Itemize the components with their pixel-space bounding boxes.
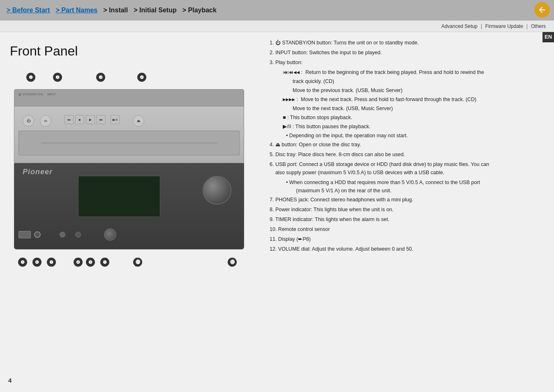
desc-sub-stop: ■ : This button stops playback.: [283, 113, 542, 122]
nav-advanced-setup[interactable]: Advanced Setup: [441, 23, 478, 29]
label-3: ❸: [96, 73, 105, 82]
label-4: ❹: [137, 73, 146, 82]
controls-row: ⏻ IN ⏮ ■ ▶ ⏭: [23, 111, 144, 127]
sep-1: |: [481, 23, 482, 29]
headphone-port: [34, 231, 41, 238]
label-1: ❶: [26, 73, 35, 82]
desc-item-12: 12. VOLUME dial: Adjust the volume. Adju…: [270, 245, 542, 253]
desc-item-3: 3. Play button:: [270, 58, 542, 67]
device-diagram: ❶ ❷ ❸ ❹ ⏻ STANDBY/ON INPUT ⏻: [10, 69, 248, 282]
secondary-navigation: Advanced Setup | Firmware Update | Other…: [0, 21, 554, 32]
sep-2: |: [526, 23, 528, 29]
volume-knob[interactable]: [203, 176, 231, 205]
device-bottom: Pioneer: [14, 163, 244, 249]
desc-item-9: 9. TIMER indicator: This lights when the…: [270, 215, 542, 224]
desc-item-7: 7. PHONES jack: Connect stereo headphone…: [270, 196, 542, 204]
desc-item-1: 1. ⏻ STANDBY/ON button: Turns the unit o…: [270, 39, 542, 47]
desc-sub-prev-3: Move to the previous track. (USB, Music …: [293, 86, 542, 95]
desc-item-5: 5. Disc tray: Place discs here. 8-cm dis…: [270, 150, 542, 159]
main-content: Front Panel ❶ ❷ ❸ ❹ ⏻ STANDBY/ON INPUT: [0, 32, 554, 392]
nav-others[interactable]: Others: [531, 23, 546, 29]
label-10: ❿: [100, 258, 109, 267]
desc-item-4: 4. ⏏ button: Open or close the disc tray…: [270, 141, 542, 149]
label-8: ❽: [74, 258, 83, 267]
desc-item-8: 8. Power indicator: This lights blue whe…: [270, 205, 542, 214]
nav-install[interactable]: > Install: [103, 7, 128, 14]
label-7: ❼: [47, 258, 56, 267]
label-12: ⓬: [228, 258, 237, 267]
desc-sub-prev: ⏮⏮◀◀ : Return to the beginning of the tr…: [283, 68, 542, 76]
description-list: 1. ⏻ STANDBY/ON button: Turns the unit o…: [270, 39, 542, 253]
remote-sensor: [104, 228, 116, 241]
device-top: ⏻ STANDBY/ON INPUT ⏻ IN: [14, 89, 244, 163]
timer-indicator: [75, 232, 81, 238]
usb-port: [18, 231, 31, 238]
back-button[interactable]: [534, 2, 550, 18]
label-6: ❻: [32, 258, 42, 267]
desc-bullet-hdd: • When connecting a HDD that requires mo…: [286, 178, 542, 195]
desc-item-10: 10. Remote control sensor: [270, 225, 542, 233]
back-icon: [538, 5, 547, 14]
device-body: ⏻ STANDBY/ON INPUT ⏻ IN: [14, 89, 244, 249]
nav-firmware-update[interactable]: Firmware Update: [485, 23, 523, 29]
nav-initial-setup[interactable]: > Initial Setup: [134, 7, 176, 14]
right-panel: EN 1. ⏻ STANDBY/ON button: Turns the uni…: [263, 32, 554, 392]
pioneer-logo: Pioneer: [23, 168, 53, 176]
label-11: ⓫: [133, 258, 142, 267]
desc-item-2: 2. INPUT button: Switches the input to b…: [270, 48, 542, 57]
desc-item-11: 11. Display (➨P8): [270, 235, 542, 243]
left-panel: Front Panel ❶ ❷ ❸ ❹ ⏻ STANDBY/ON INPUT: [0, 32, 263, 392]
bottom-ports: [18, 228, 116, 241]
label-9: ❾: [86, 258, 95, 267]
label-2: ❷: [53, 73, 62, 82]
label-5: ❺: [18, 258, 27, 267]
desc-sub-prev-2: track quickly. (CD): [293, 77, 542, 85]
desc-sub-next: ▶▶▶▶ : Move to the next track. Press and…: [283, 95, 542, 104]
language-badge: EN: [542, 32, 554, 42]
desc-sub-next-2: Move to the next track. (USB, Music Serv…: [293, 104, 542, 113]
nav-before-start[interactable]: > Before Start: [7, 7, 50, 14]
desc-bullet-depend: • Depending on the input, the operation …: [286, 131, 542, 140]
power-indicator: [60, 232, 65, 238]
page-number: 4: [8, 377, 12, 384]
top-navigation: > Before Start > Part Names > Install > …: [0, 0, 554, 21]
display-panel: [78, 176, 160, 217]
nav-part-names[interactable]: > Part Names: [55, 7, 97, 14]
desc-sub-pause: ▶/II : This button pauses the playback.: [283, 122, 542, 131]
page-title: Front Panel: [10, 44, 259, 59]
desc-item-6: 6. USB port: Connect a USB storage devic…: [270, 160, 542, 177]
nav-playback[interactable]: > Playback: [182, 7, 217, 14]
